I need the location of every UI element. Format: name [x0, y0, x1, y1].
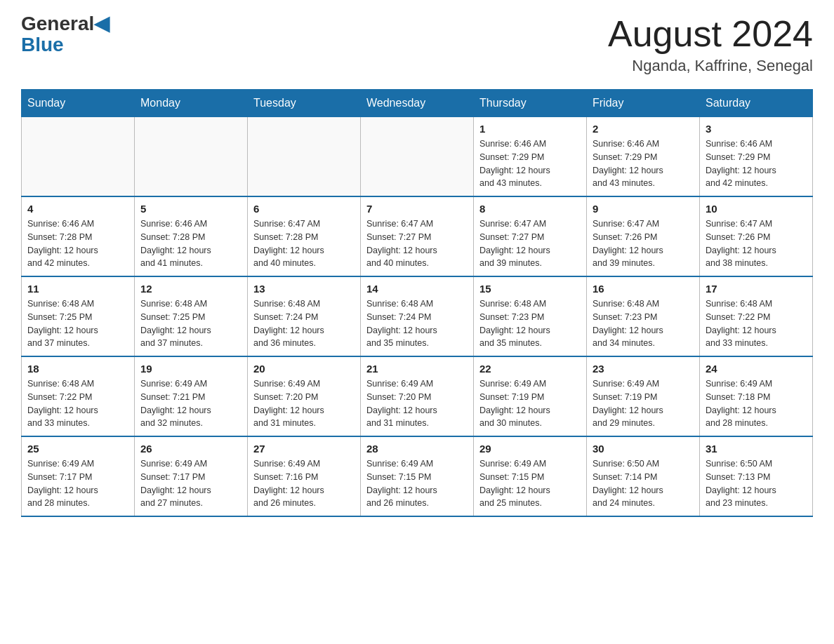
day-number: 21 — [366, 363, 468, 375]
calendar-cell: 17Sunrise: 6:48 AMSunset: 7:22 PMDayligh… — [700, 276, 813, 356]
day-number: 2 — [593, 123, 694, 135]
calendar-cell: 11Sunrise: 6:48 AMSunset: 7:25 PMDayligh… — [22, 276, 135, 356]
day-info: Sunrise: 6:46 AMSunset: 7:28 PMDaylight:… — [27, 217, 128, 270]
calendar-week-4: 18Sunrise: 6:48 AMSunset: 7:22 PMDayligh… — [22, 356, 813, 436]
calendar-cell: 4Sunrise: 6:46 AMSunset: 7:28 PMDaylight… — [22, 196, 135, 276]
calendar-cell — [22, 117, 135, 197]
day-info: Sunrise: 6:49 AMSunset: 7:17 PMDaylight:… — [140, 457, 241, 510]
day-info: Sunrise: 6:49 AMSunset: 7:20 PMDaylight:… — [253, 377, 355, 430]
calendar-cell — [248, 117, 361, 197]
calendar-cell: 19Sunrise: 6:49 AMSunset: 7:21 PMDayligh… — [135, 356, 248, 436]
day-info: Sunrise: 6:48 AMSunset: 7:23 PMDaylight:… — [479, 297, 581, 350]
calendar-cell: 16Sunrise: 6:48 AMSunset: 7:23 PMDayligh… — [587, 276, 700, 356]
calendar-cell: 6Sunrise: 6:47 AMSunset: 7:28 PMDaylight… — [248, 196, 361, 276]
calendar-table: Sunday Monday Tuesday Wednesday Thursday… — [21, 89, 813, 517]
calendar-week-2: 4Sunrise: 6:46 AMSunset: 7:28 PMDaylight… — [22, 196, 813, 276]
day-info: Sunrise: 6:47 AMSunset: 7:28 PMDaylight:… — [253, 217, 355, 270]
calendar-cell: 15Sunrise: 6:48 AMSunset: 7:23 PMDayligh… — [474, 276, 587, 356]
day-number: 1 — [479, 123, 581, 135]
calendar-header: Sunday Monday Tuesday Wednesday Thursday… — [22, 90, 813, 117]
day-info: Sunrise: 6:46 AMSunset: 7:29 PMDaylight:… — [706, 137, 807, 190]
day-number: 8 — [479, 203, 581, 215]
day-info: Sunrise: 6:48 AMSunset: 7:23 PMDaylight:… — [593, 297, 694, 350]
day-number: 28 — [366, 443, 468, 455]
logo-general-text: General◀ — [21, 13, 110, 34]
day-number: 13 — [253, 283, 355, 295]
day-info: Sunrise: 6:49 AMSunset: 7:20 PMDaylight:… — [366, 377, 468, 430]
calendar-cell: 9Sunrise: 6:47 AMSunset: 7:26 PMDaylight… — [587, 196, 700, 276]
day-info: Sunrise: 6:49 AMSunset: 7:19 PMDaylight:… — [479, 377, 581, 430]
day-number: 3 — [706, 123, 807, 135]
calendar-cell: 24Sunrise: 6:49 AMSunset: 7:18 PMDayligh… — [700, 356, 813, 436]
day-info: Sunrise: 6:49 AMSunset: 7:16 PMDaylight:… — [253, 457, 355, 510]
day-number: 24 — [706, 363, 807, 375]
calendar-cell: 22Sunrise: 6:49 AMSunset: 7:19 PMDayligh… — [474, 356, 587, 436]
calendar-cell: 30Sunrise: 6:50 AMSunset: 7:14 PMDayligh… — [587, 436, 700, 516]
day-info: Sunrise: 6:50 AMSunset: 7:14 PMDaylight:… — [593, 457, 694, 510]
day-info: Sunrise: 6:49 AMSunset: 7:15 PMDaylight:… — [366, 457, 468, 510]
day-number: 12 — [140, 283, 241, 295]
calendar-cell: 28Sunrise: 6:49 AMSunset: 7:15 PMDayligh… — [361, 436, 474, 516]
month-title: August 2024 — [608, 14, 813, 54]
day-info: Sunrise: 6:48 AMSunset: 7:25 PMDaylight:… — [27, 297, 128, 350]
calendar-cell: 10Sunrise: 6:47 AMSunset: 7:26 PMDayligh… — [700, 196, 813, 276]
day-number: 18 — [27, 363, 128, 375]
day-number: 15 — [479, 283, 581, 295]
calendar-cell: 23Sunrise: 6:49 AMSunset: 7:19 PMDayligh… — [587, 356, 700, 436]
day-info: Sunrise: 6:47 AMSunset: 7:26 PMDaylight:… — [593, 217, 694, 270]
day-info: Sunrise: 6:48 AMSunset: 7:25 PMDaylight:… — [140, 297, 241, 350]
calendar-cell: 27Sunrise: 6:49 AMSunset: 7:16 PMDayligh… — [248, 436, 361, 516]
day-info: Sunrise: 6:50 AMSunset: 7:13 PMDaylight:… — [706, 457, 807, 510]
day-info: Sunrise: 6:49 AMSunset: 7:18 PMDaylight:… — [706, 377, 807, 430]
day-number: 31 — [706, 443, 807, 455]
col-saturday: Saturday — [700, 90, 813, 117]
day-number: 30 — [593, 443, 694, 455]
day-number: 5 — [140, 203, 241, 215]
day-info: Sunrise: 6:47 AMSunset: 7:27 PMDaylight:… — [366, 217, 468, 270]
logo-blue-text: Blue — [21, 34, 64, 55]
day-number: 19 — [140, 363, 241, 375]
col-friday: Friday — [587, 90, 700, 117]
day-number: 25 — [27, 443, 128, 455]
day-number: 9 — [593, 203, 694, 215]
day-info: Sunrise: 6:48 AMSunset: 7:24 PMDaylight:… — [366, 297, 468, 350]
day-info: Sunrise: 6:48 AMSunset: 7:24 PMDaylight:… — [253, 297, 355, 350]
day-number: 26 — [140, 443, 241, 455]
calendar-cell: 31Sunrise: 6:50 AMSunset: 7:13 PMDayligh… — [700, 436, 813, 516]
day-number: 11 — [27, 283, 128, 295]
logo-general-line: General◀ — [21, 14, 110, 34]
day-info: Sunrise: 6:49 AMSunset: 7:19 PMDaylight:… — [593, 377, 694, 430]
calendar-cell: 29Sunrise: 6:49 AMSunset: 7:15 PMDayligh… — [474, 436, 587, 516]
day-number: 4 — [27, 203, 128, 215]
calendar-cell: 20Sunrise: 6:49 AMSunset: 7:20 PMDayligh… — [248, 356, 361, 436]
day-info: Sunrise: 6:46 AMSunset: 7:28 PMDaylight:… — [140, 217, 241, 270]
calendar-cell: 12Sunrise: 6:48 AMSunset: 7:25 PMDayligh… — [135, 276, 248, 356]
calendar-cell: 2Sunrise: 6:46 AMSunset: 7:29 PMDaylight… — [587, 117, 700, 197]
day-info: Sunrise: 6:49 AMSunset: 7:17 PMDaylight:… — [27, 457, 128, 510]
day-info: Sunrise: 6:46 AMSunset: 7:29 PMDaylight:… — [593, 137, 694, 190]
calendar-cell: 8Sunrise: 6:47 AMSunset: 7:27 PMDaylight… — [474, 196, 587, 276]
header-row: Sunday Monday Tuesday Wednesday Thursday… — [22, 90, 813, 117]
calendar-body: 1Sunrise: 6:46 AMSunset: 7:29 PMDaylight… — [22, 117, 813, 517]
calendar-cell — [361, 117, 474, 197]
col-monday: Monday — [135, 90, 248, 117]
page-header: General◀ Blue August 2024 Nganda, Kaffri… — [21, 14, 813, 75]
day-number: 16 — [593, 283, 694, 295]
logo: General◀ Blue — [21, 14, 110, 56]
col-wednesday: Wednesday — [361, 90, 474, 117]
col-thursday: Thursday — [474, 90, 587, 117]
day-number: 6 — [253, 203, 355, 215]
calendar-cell: 7Sunrise: 6:47 AMSunset: 7:27 PMDaylight… — [361, 196, 474, 276]
day-info: Sunrise: 6:49 AMSunset: 7:21 PMDaylight:… — [140, 377, 241, 430]
calendar-cell: 26Sunrise: 6:49 AMSunset: 7:17 PMDayligh… — [135, 436, 248, 516]
calendar-week-5: 25Sunrise: 6:49 AMSunset: 7:17 PMDayligh… — [22, 436, 813, 516]
day-info: Sunrise: 6:46 AMSunset: 7:29 PMDaylight:… — [479, 137, 581, 190]
day-info: Sunrise: 6:49 AMSunset: 7:15 PMDaylight:… — [479, 457, 581, 510]
calendar-cell: 21Sunrise: 6:49 AMSunset: 7:20 PMDayligh… — [361, 356, 474, 436]
calendar-cell: 25Sunrise: 6:49 AMSunset: 7:17 PMDayligh… — [22, 436, 135, 516]
calendar-cell: 3Sunrise: 6:46 AMSunset: 7:29 PMDaylight… — [700, 117, 813, 197]
day-info: Sunrise: 6:48 AMSunset: 7:22 PMDaylight:… — [27, 377, 128, 430]
calendar-week-1: 1Sunrise: 6:46 AMSunset: 7:29 PMDaylight… — [22, 117, 813, 197]
day-info: Sunrise: 6:48 AMSunset: 7:22 PMDaylight:… — [706, 297, 807, 350]
day-number: 22 — [479, 363, 581, 375]
